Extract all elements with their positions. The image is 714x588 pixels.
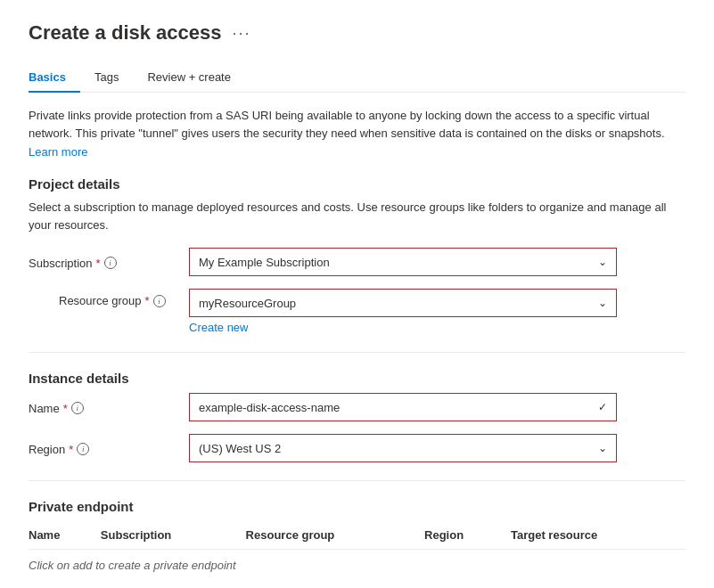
resource-group-required-star: * (145, 294, 150, 307)
region-row: Region * i (US) West US 2 ⌄ (29, 434, 685, 462)
resource-group-dropdown[interactable]: myResourceGroup ⌄ (189, 289, 617, 317)
region-required-star: * (69, 443, 73, 456)
subscription-label-col: Subscription * i (29, 255, 189, 270)
table-empty-row: Click on add to create a private endpoin… (29, 550, 685, 582)
tabs-bar: Basics Tags Review + create (29, 62, 685, 93)
main-container: Create a disk access ··· Basics Tags Rev… (0, 0, 714, 588)
subscription-chevron-icon: ⌄ (598, 256, 607, 268)
name-field-container: example-disk-access-name ✓ (189, 393, 617, 421)
page-header: Create a disk access ··· (29, 21, 685, 45)
name-label: Name (29, 402, 60, 415)
private-endpoint-table: Name Subscription Resource group Region … (29, 521, 685, 581)
subscription-dropdown[interactable]: My Example Subscription ⌄ (189, 248, 617, 276)
name-value: example-disk-access-name (199, 401, 340, 414)
region-label-col: Region * i (29, 441, 189, 456)
create-new-link[interactable]: Create new (189, 321, 248, 334)
instance-details-title: Instance details (29, 371, 685, 386)
region-label: Region (29, 443, 65, 456)
region-field-container: (US) West US 2 ⌄ (189, 434, 617, 462)
table-header-row: Name Subscription Resource group Region … (29, 521, 685, 550)
tab-tags[interactable]: Tags (94, 63, 133, 93)
region-value: (US) West US 2 (199, 442, 281, 455)
tab-basics[interactable]: Basics (29, 63, 80, 93)
resource-group-info-icon[interactable]: i (153, 295, 166, 307)
dots-menu-icon[interactable]: ··· (233, 24, 251, 43)
private-links-description: Private links provide protection from a … (29, 107, 685, 142)
resource-group-label: Resource group (59, 294, 142, 307)
name-chevron-icon: ✓ (598, 401, 607, 413)
resource-group-chevron-icon: ⌄ (598, 297, 607, 309)
name-required-star: * (63, 402, 68, 415)
col-resource-group: Resource group (246, 521, 424, 550)
resource-group-dropdown-value: myResourceGroup (199, 297, 296, 310)
name-label-col: Name * i (29, 400, 189, 415)
col-target-resource: Target resource (511, 521, 685, 550)
section-divider-2 (29, 480, 685, 481)
resource-group-label-col: Resource group * i (29, 289, 189, 307)
region-dropdown[interactable]: (US) West US 2 ⌄ (189, 434, 617, 462)
table-header: Name Subscription Resource group Region … (29, 521, 685, 550)
subscription-field-container: My Example Subscription ⌄ (189, 248, 617, 276)
project-details-description: Select a subscription to manage deployed… (29, 199, 685, 233)
col-subscription: Subscription (101, 521, 246, 550)
subscription-label: Subscription (29, 257, 93, 270)
private-endpoint-title: Private endpoint (29, 499, 685, 514)
subscription-info-icon[interactable]: i (104, 257, 117, 269)
subscription-dropdown-value: My Example Subscription (199, 256, 330, 269)
tab-review-create[interactable]: Review + create (147, 63, 245, 93)
subscription-required-star: * (96, 257, 101, 270)
resource-group-field-area: myResourceGroup ⌄ Create new (189, 289, 617, 334)
resource-group-row: Resource group * i myResourceGroup ⌄ Cre… (29, 289, 685, 334)
table-body: Click on add to create a private endpoin… (29, 550, 685, 582)
section-divider-1 (29, 352, 685, 353)
project-details-title: Project details (29, 176, 685, 192)
learn-more-link[interactable]: Learn more (29, 145, 87, 159)
name-info-icon[interactable]: i (71, 402, 84, 414)
col-name: Name (29, 521, 101, 550)
subscription-row: Subscription * i My Example Subscription… (29, 248, 685, 276)
table-empty-message: Click on add to create a private endpoin… (29, 550, 685, 582)
page-title: Create a disk access (29, 21, 222, 45)
name-row: Name * i example-disk-access-name ✓ (29, 393, 685, 421)
col-region: Region (424, 521, 511, 550)
region-info-icon[interactable]: i (77, 443, 89, 455)
name-dropdown[interactable]: example-disk-access-name ✓ (189, 393, 617, 421)
region-chevron-icon: ⌄ (598, 442, 607, 454)
